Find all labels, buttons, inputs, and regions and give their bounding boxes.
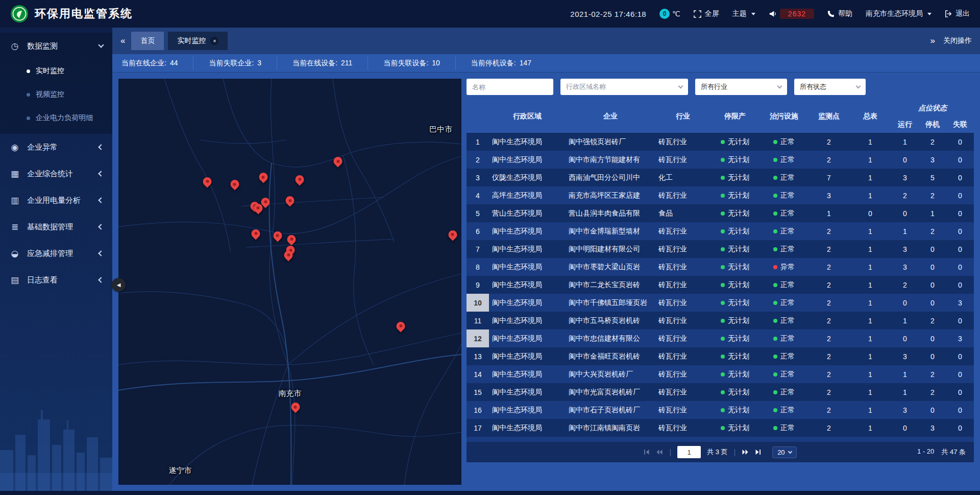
map-pin[interactable] xyxy=(287,235,296,244)
cell-industry: 砖瓦行业 xyxy=(655,329,710,347)
table-row[interactable]: 4 高坪生态环境局 南充市高坪区王家店建 砖瓦行业 无计划 正常 3 1 2 2… xyxy=(467,186,974,204)
sidebar-group-power-analysis: ▥ 企业用电量分析 xyxy=(0,187,112,214)
cell-offline: 0 xyxy=(946,222,974,240)
table-row[interactable]: 3 仪陇生态环境局 西南油气田分公司川中 化工 无计划 正常 7 1 3 5 0 xyxy=(467,169,974,186)
last-page-button[interactable] xyxy=(755,449,761,455)
page-size-select[interactable]: 20 xyxy=(772,446,796,458)
theme-menu[interactable]: 主题 xyxy=(732,9,755,18)
map-collapse-handle[interactable]: ◀ xyxy=(112,278,126,292)
map-pin[interactable] xyxy=(203,177,212,186)
tabs-scroll-right-icon[interactable]: » xyxy=(930,36,934,46)
map-pin[interactable] xyxy=(273,231,282,240)
stat-value: 10 xyxy=(432,59,440,68)
status-filter-select[interactable]: 所有状态 xyxy=(794,79,866,95)
cell-stopped: 0 xyxy=(919,329,946,347)
sidebar-subitem-video-monitoring[interactable]: 视频监控 xyxy=(0,83,112,106)
table-row[interactable]: 15 阆中生态环境局 阆中市光富页岩机砖厂 砖瓦行业 无计划 正常 2 1 1 … xyxy=(467,383,974,401)
map-pin[interactable] xyxy=(261,198,270,206)
map-pin[interactable] xyxy=(291,403,300,411)
cell-industry: 砖瓦行业 xyxy=(655,312,710,329)
next-page-button[interactable] xyxy=(742,449,749,455)
map-pin[interactable] xyxy=(259,173,267,181)
cell-total-meters: 1 xyxy=(849,419,891,437)
table-row[interactable]: 2 阆中生态环境局 阆中市南方节能建材有 砖瓦行业 无计划 正常 2 1 0 3… xyxy=(467,151,974,169)
cell-facility-status: 正常 xyxy=(760,347,808,365)
status-dot-icon xyxy=(773,265,777,269)
status-dot-icon xyxy=(721,229,725,233)
sidebar-item-enterprise-abnormal[interactable]: ◉ 企业异常 xyxy=(0,134,112,160)
map-pin[interactable] xyxy=(254,204,262,213)
table-row[interactable]: 1 阆中生态环境局 阆中强锐页岩砖厂 砖瓦行业 无计划 正常 2 1 1 2 0 xyxy=(467,133,974,151)
cell-total-meters: 1 xyxy=(849,240,891,258)
map-pin[interactable] xyxy=(448,230,457,239)
map-pin[interactable] xyxy=(252,229,260,238)
cell-stopped: 2 xyxy=(919,133,946,151)
sidebar-item-power-analysis[interactable]: ▥ 企业用电量分析 xyxy=(0,187,112,214)
phone-icon xyxy=(827,10,835,17)
table-row[interactable]: 17 阆中生态环境局 阆中市江南镇阆南页岩 砖瓦行业 无计划 正常 2 1 0 … xyxy=(467,419,974,437)
table-row[interactable]: 16 阆中生态环境局 阆中市石子页岩机砖厂 砖瓦行业 无计划 正常 2 1 3 … xyxy=(467,401,974,419)
prev-page-button[interactable] xyxy=(656,449,663,455)
table-row[interactable]: 13 阆中生态环境局 阆中市金福旺页岩机砖 砖瓦行业 无计划 正常 2 1 3 … xyxy=(467,347,974,365)
sidebar-subitem-realtime-monitoring[interactable]: 实时监控 xyxy=(0,59,112,83)
map-pin[interactable] xyxy=(286,196,295,205)
cell-company: 阆中市金福旺页岩机砖 xyxy=(566,347,655,365)
sidebar-item-enterprise-statistics[interactable]: ▦ 企业综合统计 xyxy=(0,160,112,187)
fullscreen-label: 全屏 xyxy=(705,9,719,18)
status-dot-icon xyxy=(721,247,725,251)
table-row[interactable]: 5 营山生态环境局 营山县润丰肉食品有限 食品 无计划 正常 1 0 0 1 0 xyxy=(467,204,974,222)
table-row[interactable]: 14 阆中生态环境局 阆中大兴页岩机砖厂 砖瓦行业 无计划 正常 2 1 1 2… xyxy=(467,365,974,383)
table-row[interactable]: 18 南部生态环境局 南部县建材有限公司 砖瓦行业 无计划 正常 2 1 0 6… xyxy=(467,437,974,442)
table-scroll-area[interactable]: 1 阆中生态环境局 阆中强锐页岩砖厂 砖瓦行业 无计划 正常 2 1 1 2 0… xyxy=(467,133,974,442)
page-number-input[interactable] xyxy=(677,446,701,458)
table-row[interactable]: 10 阆中生态环境局 阆中市千佛镇五郎垭页岩 砖瓦行业 无计划 正常 2 1 0… xyxy=(467,294,974,312)
city-label: 遂宁市 xyxy=(168,466,191,476)
map-pin[interactable] xyxy=(334,157,342,166)
alarm-button[interactable]: 2632 xyxy=(769,9,814,19)
table-row[interactable]: 8 阆中生态环境局 阆中市枣碧大梁山页岩 砖瓦行业 无计划 异常 2 1 3 0… xyxy=(467,258,974,276)
map-pin[interactable] xyxy=(397,322,405,331)
map-pin[interactable] xyxy=(230,180,239,188)
tab-home[interactable]: 首页 xyxy=(131,32,164,50)
close-operations-button[interactable]: 关闭操作 xyxy=(943,36,972,45)
sidebar-item-base-data-management[interactable]: ≣ 基础数据管理 xyxy=(0,214,112,240)
cell-limit-status: 无计划 xyxy=(710,294,760,312)
tab-label: 实时监控 xyxy=(177,36,206,45)
stat-offline-devices: 当前失联设备: 10 xyxy=(368,57,455,70)
fullscreen-button[interactable]: 全屏 xyxy=(694,9,719,18)
name-filter-input[interactable] xyxy=(467,79,553,95)
sidebar-item-data-monitoring[interactable]: ◷ 数据监测 xyxy=(0,33,112,59)
first-page-button[interactable] xyxy=(644,449,650,455)
map-pin[interactable] xyxy=(284,251,293,260)
col-running: 运行 xyxy=(891,116,919,133)
sidebar-subitem-power-load-detail[interactable]: 企业电力负荷明细 xyxy=(0,106,112,130)
sidebar-item-log-view[interactable]: ▤ 日志查看 xyxy=(0,267,112,293)
map-pin[interactable] xyxy=(296,175,304,184)
region-filter-select[interactable]: 行政区域名称 xyxy=(560,79,688,95)
status-dot-icon xyxy=(773,408,777,412)
close-tab-icon[interactable]: × xyxy=(210,37,218,45)
table-row[interactable]: 7 阆中生态环境局 阆中明阳建材有限公司 砖瓦行业 无计划 正常 2 1 3 0… xyxy=(467,240,974,258)
table-row[interactable]: 6 阆中生态环境局 阆中市金博瑞新型墙材 砖瓦行业 无计划 正常 2 1 1 2… xyxy=(467,222,974,240)
table-row[interactable]: 12 阆中生态环境局 阆中市忠信建材有限公 砖瓦行业 无计划 正常 2 1 0 … xyxy=(467,329,974,347)
total-pages-label: 共 3 页 xyxy=(707,447,727,457)
org-menu[interactable]: 南充市生态环境局 xyxy=(866,9,932,18)
row-index: 18 xyxy=(467,437,489,442)
tabs-scroll-left-icon[interactable]: « xyxy=(120,36,124,46)
tab-realtime-monitoring[interactable]: 实时监控× xyxy=(168,32,228,50)
help-button[interactable]: 帮助 xyxy=(827,9,852,18)
cell-running: 2 xyxy=(891,186,919,204)
table-row[interactable]: 9 阆中生态环境局 阆中市二龙长宝页岩砖 砖瓦行业 无计划 正常 2 1 2 0… xyxy=(467,276,974,294)
cell-offline: 0 xyxy=(946,151,974,169)
cell-monitor-points: 3 xyxy=(808,186,849,204)
city-label: 南充市 xyxy=(279,389,302,398)
industry-filter-select[interactable]: 所有行业 xyxy=(695,79,787,95)
cell-industry: 砖瓦行业 xyxy=(655,365,710,383)
map-panel[interactable]: 巴中市南充市遂宁市 ◀ xyxy=(118,79,461,485)
cell-stopped: 0 xyxy=(919,347,946,365)
cell-region: 阆中生态环境局 xyxy=(489,329,566,347)
cell-offline: 0 xyxy=(946,383,974,401)
table-row[interactable]: 11 阆中生态环境局 阆中市五马桥页岩机砖 砖瓦行业 无计划 正常 2 1 1 … xyxy=(467,312,974,329)
sidebar-item-emergency-reduction[interactable]: ◒ 应急减排管理 xyxy=(0,240,112,267)
logout-button[interactable]: 退出 xyxy=(945,9,970,18)
